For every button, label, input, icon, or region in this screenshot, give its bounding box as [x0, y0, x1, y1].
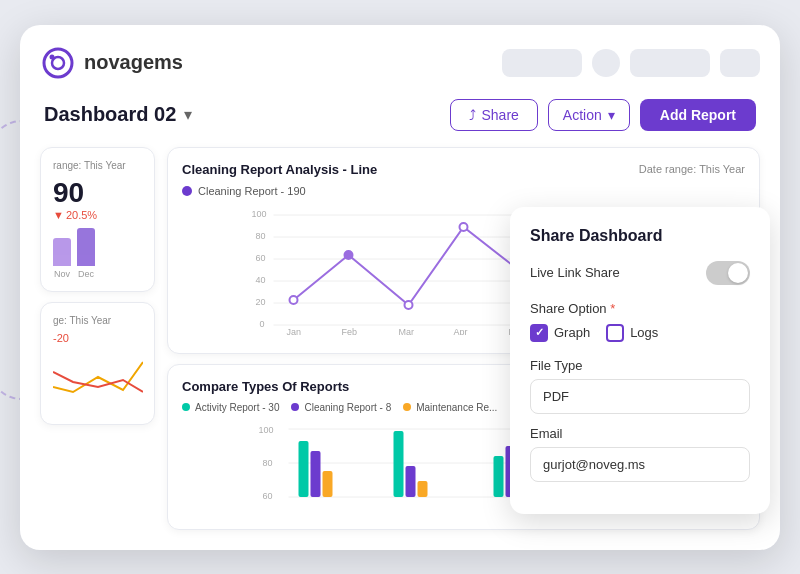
- nav-pill-circle: [592, 49, 620, 77]
- share-option-text: Share Option: [530, 301, 607, 316]
- legend-label-maintenance: Maintenance Re...: [416, 402, 497, 413]
- svg-rect-39: [406, 466, 416, 497]
- share-option-label: Share Option *: [530, 301, 750, 316]
- mini-line-area: [53, 352, 142, 412]
- line-chart-legend: Cleaning Report - 190: [182, 185, 745, 197]
- checkbox-group: ✓ Graph Logs: [530, 324, 750, 342]
- logs-label: Logs: [630, 325, 658, 340]
- logs-checkbox[interactable]: [606, 324, 624, 342]
- bar-group-nov: Nov: [53, 238, 71, 279]
- svg-text:0: 0: [260, 319, 265, 329]
- app-frame: novagems Dashboard 02 ▾ ⤴ Share Action ▾…: [20, 25, 780, 550]
- line-chart-date-range: Date range: This Year: [639, 163, 745, 175]
- svg-text:Apr: Apr: [454, 327, 468, 335]
- svg-text:40: 40: [256, 275, 266, 285]
- legend-cleaning: Cleaning Report - 8: [291, 402, 391, 413]
- bar-dec-label: Dec: [78, 269, 94, 279]
- svg-text:100: 100: [252, 209, 267, 219]
- svg-rect-40: [418, 481, 428, 497]
- mini-card-date-range: ge: This Year: [53, 315, 142, 326]
- dash-actions: ⤴ Share Action ▾ Add Report: [450, 99, 757, 131]
- required-star: *: [610, 301, 615, 316]
- compare-chart-title: Compare Types Of Reports: [182, 379, 349, 394]
- file-type-label: File Type: [530, 358, 750, 373]
- share-icon: ⤴: [469, 107, 476, 123]
- share-button[interactable]: ⤴ Share: [450, 99, 538, 131]
- logo-text: novagems: [84, 51, 183, 74]
- mini-line-svg: [53, 352, 143, 402]
- metric-card: range: This Year 90 ▼ 20.5% Nov Dec: [40, 147, 155, 292]
- legend-circle-activity: [182, 403, 190, 411]
- action-label: Action: [563, 107, 602, 123]
- graph-checkbox[interactable]: ✓: [530, 324, 548, 342]
- svg-point-18: [460, 223, 468, 231]
- svg-text:60: 60: [263, 491, 273, 501]
- file-type-input[interactable]: [530, 379, 750, 414]
- svg-text:80: 80: [256, 231, 266, 241]
- check-mark-icon: ✓: [535, 326, 544, 339]
- svg-text:100: 100: [259, 425, 274, 435]
- dashboard-title: Dashboard 02: [44, 103, 176, 126]
- svg-point-15: [290, 296, 298, 304]
- left-cards: range: This Year 90 ▼ 20.5% Nov Dec: [40, 147, 155, 530]
- line-chart-header: Cleaning Report Analysis - Line Date ran…: [182, 162, 745, 177]
- logs-checkbox-item[interactable]: Logs: [606, 324, 658, 342]
- svg-point-17: [405, 301, 413, 309]
- graph-label: Graph: [554, 325, 590, 340]
- svg-rect-41: [494, 456, 504, 497]
- live-link-label: Live Link Share: [530, 265, 620, 280]
- bar-nov-label: Nov: [54, 269, 70, 279]
- legend-dot-cleaning: [182, 186, 192, 196]
- card-change: ▼ 20.5%: [53, 209, 142, 221]
- svg-rect-37: [323, 471, 333, 497]
- svg-point-1: [52, 57, 64, 69]
- legend-label-activity: Activity Report - 30: [195, 402, 279, 413]
- svg-rect-36: [311, 451, 321, 497]
- svg-text:Mar: Mar: [399, 327, 415, 335]
- dash-title-group: Dashboard 02 ▾: [44, 103, 192, 126]
- bar-nov: [53, 238, 71, 266]
- card-change-value: 20.5%: [66, 209, 97, 221]
- nav-pill-2: [630, 49, 710, 77]
- nav-pills: [502, 49, 760, 77]
- svg-text:Jan: Jan: [287, 327, 302, 335]
- nav-pill-3: [720, 49, 760, 77]
- logo-icon: [40, 45, 76, 81]
- svg-point-16: [345, 251, 353, 259]
- card-bar-chart: Nov Dec: [53, 229, 142, 279]
- share-label: Share: [482, 107, 519, 123]
- top-nav: novagems: [40, 45, 760, 81]
- svg-point-0: [44, 49, 72, 77]
- action-button[interactable]: Action ▾: [548, 99, 630, 131]
- legend-circle-cleaning: [291, 403, 299, 411]
- svg-rect-35: [299, 441, 309, 497]
- bar-group-dec: Dec: [77, 228, 95, 279]
- card-date-range: range: This Year: [53, 160, 142, 171]
- nav-pill-1: [502, 49, 582, 77]
- legend-text-cleaning: Cleaning Report - 190: [198, 185, 306, 197]
- svg-point-2: [50, 54, 55, 59]
- svg-text:Feb: Feb: [342, 327, 358, 335]
- svg-rect-38: [394, 431, 404, 497]
- live-link-toggle[interactable]: [706, 261, 750, 285]
- add-report-button[interactable]: Add Report: [640, 99, 756, 131]
- svg-text:80: 80: [263, 458, 273, 468]
- email-input[interactable]: [530, 447, 750, 482]
- line-chart-title: Cleaning Report Analysis - Line: [182, 162, 377, 177]
- chevron-down-icon[interactable]: ▾: [184, 105, 192, 124]
- graph-checkbox-item[interactable]: ✓ Graph: [530, 324, 590, 342]
- share-dashboard-panel: Share Dashboard Live Link Share Share Op…: [510, 207, 770, 514]
- svg-text:60: 60: [256, 253, 266, 263]
- share-panel-title: Share Dashboard: [530, 227, 750, 245]
- main-content: range: This Year 90 ▼ 20.5% Nov Dec: [40, 147, 760, 530]
- email-label: Email: [530, 426, 750, 441]
- svg-text:20: 20: [256, 297, 266, 307]
- mini-line-card: ge: This Year -20: [40, 302, 155, 425]
- logo-area: novagems: [40, 45, 183, 81]
- legend-activity: Activity Report - 30: [182, 402, 279, 413]
- down-arrow-icon: ▼: [53, 209, 64, 221]
- legend-maintenance: Maintenance Re...: [403, 402, 497, 413]
- legend-label-cleaning: Cleaning Report - 8: [304, 402, 391, 413]
- card-metric: 90: [53, 177, 142, 209]
- bar-dec: [77, 228, 95, 266]
